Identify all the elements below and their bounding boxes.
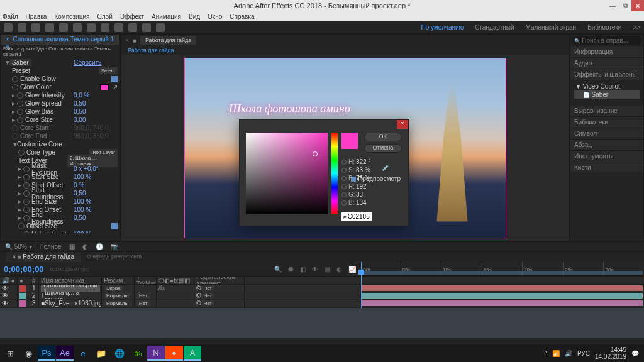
home-icon[interactable]	[4, 23, 13, 32]
layer-row-1[interactable]: 👁 1 Сплошная...серый 1 Экран /fx © Нет	[0, 285, 360, 292]
maximize-button[interactable]: ⧉	[619, 0, 631, 11]
zoom-dropdown[interactable]: 🔍 50% ▾	[5, 243, 32, 250]
grid-icon[interactable]: ▦	[69, 243, 75, 250]
pen-tool-icon[interactable]	[101, 23, 109, 32]
color-field-cursor[interactable]	[313, 151, 318, 156]
close-button[interactable]: ✕	[631, 0, 644, 11]
radio-r[interactable]	[341, 184, 347, 189]
panel-libraries[interactable]: Библиотеки	[570, 117, 643, 128]
menu-view[interactable]: Вид	[189, 13, 200, 20]
prop-group-core[interactable]: ▼Customize Core	[1, 140, 120, 148]
zoom-tool-icon[interactable]	[45, 23, 54, 32]
layer-row-3[interactable]: 👁 3 ■ Sky_Eve...x1080.jpg Нормаль Нет © …	[0, 300, 360, 307]
camera-tool-icon[interactable]	[73, 23, 82, 32]
menu-composition[interactable]: Композиция	[54, 13, 89, 20]
playhead[interactable]	[361, 262, 362, 308]
resolution-dropdown[interactable]: Полное	[40, 243, 62, 250]
stopwatch-icon[interactable]	[17, 117, 23, 123]
menu-effect[interactable]: Эффект	[120, 13, 144, 20]
mask-icon[interactable]: ◐	[82, 243, 88, 250]
help-search-input[interactable]: 🔍 Поиск в справ...	[572, 36, 642, 45]
stopwatch-icon[interactable]	[23, 166, 30, 172]
label-chip[interactable]	[19, 293, 26, 299]
panel-brushes[interactable]: Кисти	[570, 162, 643, 173]
brush-tool-icon[interactable]	[128, 23, 137, 32]
menu-layer[interactable]: Слой	[97, 13, 112, 20]
panel-effects[interactable]: Эффекты и шаблоны	[570, 69, 643, 80]
cancel-button[interactable]: Отмена	[364, 144, 402, 153]
workspace-libraries[interactable]: Библиотеки	[587, 24, 621, 31]
current-timecode[interactable]: 0;00;00;00	[4, 265, 44, 274]
time-ruler[interactable]: :00f 05s 10s 15s 20s 25s 30s	[360, 262, 644, 276]
comp-flowchart-link[interactable]: Работа для гайда	[121, 46, 569, 55]
effect-header[interactable]: ▼Saber Сбросить	[1, 58, 120, 67]
workspace-small[interactable]: Маленький экран	[526, 24, 577, 31]
timeline-tab[interactable]: × ■ Работа для гайда	[6, 252, 80, 262]
stopwatch-icon[interactable]	[12, 76, 18, 82]
shape-tool-icon[interactable]	[87, 23, 96, 32]
effect-controls-tab[interactable]: × Сплошная заливка Темно-серый 1 ≡	[1, 35, 120, 45]
hue-slider[interactable]	[331, 133, 338, 214]
stopwatch-icon[interactable]	[17, 92, 23, 99]
eyedropper-icon[interactable]: 💉	[382, 164, 389, 172]
stopwatch-icon[interactable]	[18, 150, 25, 156]
hand-tool-icon[interactable]	[31, 23, 40, 32]
layer-bar-3[interactable]	[361, 300, 643, 306]
radio-bb[interactable]	[341, 200, 347, 206]
tray-volume-icon[interactable]: 🔊	[565, 350, 572, 357]
store-icon[interactable]: 🛍	[129, 346, 147, 361]
shy-icon[interactable]: 👁	[312, 266, 318, 273]
rotate-tool-icon[interactable]	[59, 23, 68, 32]
panel-info[interactable]: Информация	[570, 47, 643, 58]
menu-window[interactable]: Окно	[208, 13, 222, 20]
menu-help[interactable]: Справка	[230, 13, 254, 20]
explorer-icon[interactable]: 📁	[92, 346, 110, 361]
radio-s[interactable]	[341, 168, 347, 173]
panel-align[interactable]: Выравнивание	[570, 106, 643, 117]
render-queue-tab[interactable]: Очередь рендеринга	[80, 252, 148, 262]
stopwatch-icon[interactable]	[23, 199, 30, 205]
radio-g[interactable]	[341, 192, 347, 197]
stopwatch-icon[interactable]	[23, 174, 30, 180]
chrome-icon[interactable]: 🌐	[111, 346, 128, 361]
graph-editor-icon[interactable]: 📈	[348, 266, 356, 273]
dialog-close-button[interactable]: ×	[397, 120, 408, 129]
photoshop-icon[interactable]: Ps	[38, 346, 55, 361]
stopwatch-icon[interactable]	[17, 101, 23, 107]
stopwatch-icon[interactable]	[23, 215, 30, 221]
workspace-standard[interactable]: Стандартный	[475, 24, 514, 31]
layer-row-2[interactable]: 👁 2 T Школа ф...а амино Нормаль Нет © Не…	[0, 292, 360, 300]
amino-icon[interactable]: A	[184, 346, 201, 361]
frame-blend-icon[interactable]: ▦	[325, 266, 330, 273]
panel-audio[interactable]: Аудио	[570, 58, 643, 69]
radio-h[interactable]	[341, 160, 347, 165]
comp-tab[interactable]: Работа для гайда	[140, 36, 196, 45]
notifications-icon[interactable]: 💬	[631, 350, 639, 357]
steam-icon[interactable]: ◉	[19, 346, 37, 361]
stopwatch-icon[interactable]	[17, 109, 23, 115]
tray-lang[interactable]: РУС	[577, 350, 590, 357]
tray-network-icon[interactable]: 📶	[552, 350, 560, 357]
prop-preset[interactable]: Preset Select	[1, 67, 120, 75]
layer-bar-1[interactable]	[361, 285, 643, 291]
motion-blur-icon[interactable]: ◐	[336, 266, 342, 273]
aftereffects-icon[interactable]: Ae	[56, 346, 74, 361]
color-swatch[interactable]	[100, 84, 109, 90]
search-icon[interactable]: 🔍	[274, 266, 282, 273]
label-chip[interactable]	[19, 300, 26, 307]
stopwatch-icon[interactable]	[23, 231, 30, 234]
clock[interactable]: 14:45 14.02.2019	[595, 346, 626, 360]
stopwatch-icon[interactable]	[23, 190, 30, 197]
menu-edit[interactable]: Правка	[26, 13, 47, 20]
stopwatch-icon[interactable]	[12, 84, 18, 90]
minimize-button[interactable]: —	[606, 0, 619, 11]
stopwatch-icon[interactable]	[23, 207, 30, 213]
start-button[interactable]: ⊞	[1, 346, 19, 361]
selection-tool-icon[interactable]	[18, 23, 26, 32]
checkbox[interactable]	[111, 76, 118, 82]
clone-tool-icon[interactable]	[142, 23, 151, 32]
color-field[interactable]	[246, 133, 328, 214]
panel-character[interactable]: Символ	[570, 128, 643, 140]
stopwatch-icon[interactable]	[18, 223, 25, 229]
workspace-default[interactable]: По умолчанию	[421, 24, 464, 31]
